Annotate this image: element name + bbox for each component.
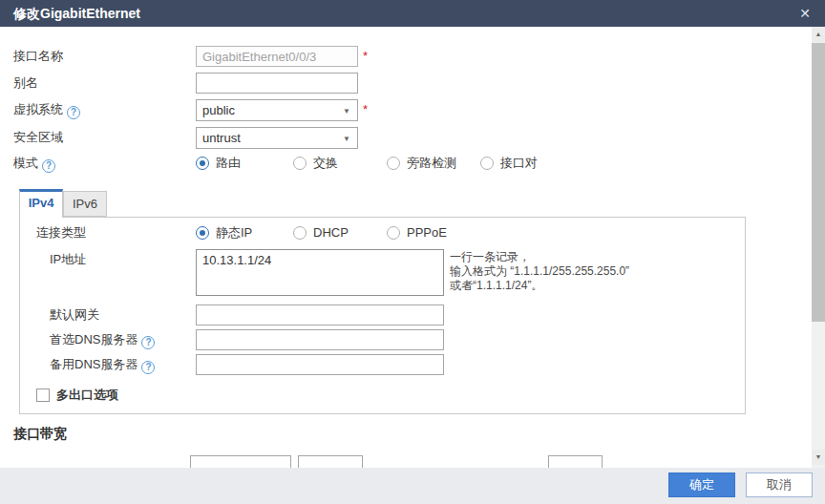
help-icon[interactable]: ?: [141, 361, 155, 374]
security-zone-select[interactable]: untrust ▼: [196, 127, 358, 149]
secondary-dns-field[interactable]: [196, 354, 444, 375]
chevron-down-icon: ▼: [343, 101, 350, 121]
virtual-system-select[interactable]: public ▼: [196, 99, 358, 121]
scroll-down-icon[interactable]: ▼: [812, 450, 825, 465]
dialog-title: 修改GigabitEthernet: [13, 0, 140, 27]
radio-route[interactable]: [196, 157, 209, 170]
close-icon[interactable]: ✕: [794, 0, 815, 27]
scrollbar-thumb[interactable]: [812, 43, 825, 322]
primary-dns-label: 首选DNS服务器?: [50, 329, 155, 350]
alias-label: 别名: [13, 73, 38, 94]
connection-type-label: 连接类型: [36, 222, 86, 243]
required-asterisk: *: [363, 50, 368, 63]
dialog-footer: 确定 取消: [0, 468, 825, 504]
cancel-button[interactable]: 取消: [746, 472, 813, 497]
radio-bypass[interactable]: [387, 157, 400, 170]
virtual-system-value: public: [202, 103, 235, 117]
mode-label: 模式?: [13, 153, 55, 174]
chevron-down-icon: ▼: [343, 129, 350, 149]
security-zone-label: 安全区域: [13, 127, 63, 148]
tab-ipv4[interactable]: IPv4: [19, 189, 63, 218]
help-icon[interactable]: ?: [67, 106, 80, 119]
conn-option-dhcp[interactable]: DHCP: [293, 224, 349, 242]
primary-dns-field[interactable]: [196, 329, 444, 350]
ip-address-label: IP地址: [50, 249, 86, 270]
radio-switch[interactable]: [293, 157, 307, 170]
bandwidth-section-title: 接口带宽: [13, 426, 67, 443]
mode-option-switch[interactable]: 交换: [293, 155, 338, 172]
conn-option-pppoe[interactable]: PPPoE: [387, 224, 447, 242]
multi-exit-checkbox[interactable]: [36, 388, 50, 402]
scroll-up-icon[interactable]: ▲: [812, 27, 825, 42]
tab-ipv6[interactable]: IPv6: [63, 191, 107, 217]
radio-interface-pair[interactable]: [480, 157, 494, 170]
security-zone-value: untrust: [202, 131, 241, 145]
help-icon[interactable]: ?: [141, 336, 155, 349]
ok-button[interactable]: 确定: [668, 472, 735, 497]
default-gateway-label: 默认网关: [50, 304, 99, 326]
dialog-titlebar: 修改GigabitEthernet ✕: [0, 0, 825, 27]
default-gateway-field[interactable]: [196, 304, 444, 326]
ip-address-hint: 一行一条记录， 输入格式为 “1.1.1.1/255.255.255.0” 或者…: [450, 250, 629, 293]
secondary-dns-label: 备用DNS服务器?: [50, 354, 155, 375]
multi-exit-label: 多出口选项: [56, 386, 118, 405]
radio-dhcp[interactable]: [293, 226, 307, 240]
radio-pppoe[interactable]: [387, 226, 400, 240]
interface-name-field: [196, 46, 358, 67]
mode-option-bypass[interactable]: 旁路检测: [387, 155, 456, 172]
radio-static-ip[interactable]: [196, 226, 209, 240]
vertical-scrollbar[interactable]: ▲ ▼: [812, 27, 825, 468]
virtual-system-label: 虚拟系统?: [13, 99, 80, 120]
required-asterisk: *: [363, 103, 368, 116]
interface-name-label: 接口名称: [13, 46, 63, 67]
mode-option-route[interactable]: 路由: [196, 155, 241, 172]
modify-interface-dialog: 修改GigabitEthernet ✕ 接口名称 * 别名 虚拟系统? publ…: [0, 0, 825, 504]
help-icon[interactable]: ?: [42, 159, 55, 173]
alias-field[interactable]: [196, 73, 358, 94]
mode-option-interface-pair[interactable]: 接口对: [480, 155, 538, 172]
ip-address-textarea[interactable]: 10.13.1.1/24: [196, 249, 444, 296]
conn-option-static-ip[interactable]: 静态IP: [196, 224, 252, 242]
